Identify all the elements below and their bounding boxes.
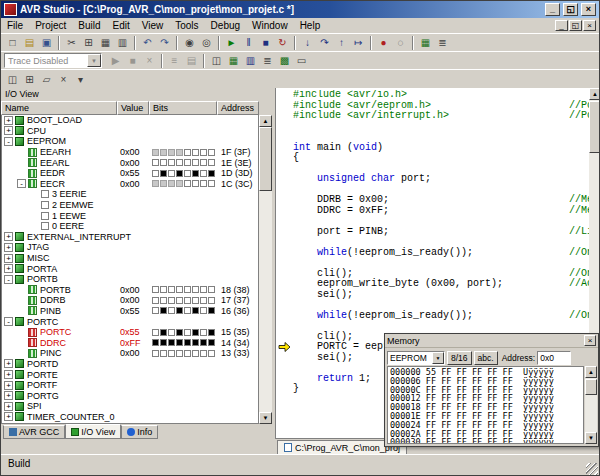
io-row-ddrb[interactable]: DDRB0x0017 (37)	[2, 295, 258, 306]
io-row-external-interrupt[interactable]: +EXTERNAL_INTERRUPT	[2, 232, 258, 243]
resize-grip[interactable]	[586, 463, 598, 475]
clear-breakpoints-button[interactable]: ◌	[392, 35, 409, 50]
io-row-0-eere[interactable]: 0 EERE	[2, 221, 258, 232]
io-row-pinb[interactable]: PINB0x5516 (36)	[2, 306, 258, 317]
expand-icon[interactable]: +	[4, 359, 13, 368]
collapse-icon[interactable]: -	[17, 179, 26, 188]
io-row-portf[interactable]: +PORTF	[2, 380, 258, 391]
memory-window-title-bar[interactable]: Memory ×	[385, 334, 598, 348]
watch-window-button[interactable]: ◫	[208, 53, 225, 68]
memory-source-dropdown-icon[interactable]: ▼	[432, 352, 444, 364]
io-row-porta[interactable]: +PORTA	[2, 263, 258, 274]
expand-icon[interactable]: +	[4, 116, 13, 125]
scroll-up-icon[interactable]: ▲	[585, 366, 597, 378]
io-row-eedr[interactable]: EEDR0x551D (3D)	[2, 168, 258, 179]
open-file-button[interactable]: ▤	[21, 35, 38, 50]
register-bits[interactable]	[152, 180, 215, 187]
register-window-button[interactable]: ▦	[225, 53, 242, 68]
io-row-eearl[interactable]: EEARL0x001E (3E)	[2, 157, 258, 168]
reset-button[interactable]: ↻	[274, 35, 291, 50]
address-input[interactable]: 0x0	[537, 351, 571, 365]
column-header-value[interactable]: Value	[117, 101, 149, 115]
trace-combo-dropdown-icon[interactable]: ▼	[87, 54, 101, 67]
io-view-scrollbar[interactable]: ▲ ▼	[259, 115, 272, 424]
stop-trace-button[interactable]: ■	[124, 53, 141, 68]
bit-checkbox[interactable]	[41, 212, 49, 220]
step-over-button[interactable]: ↷	[316, 35, 333, 50]
menu-help[interactable]: Help	[294, 20, 327, 31]
memory-scrollbar[interactable]: ▲ ▼	[585, 366, 597, 444]
menu-view[interactable]: View	[136, 20, 170, 31]
scroll-down-icon[interactable]: ▼	[259, 412, 272, 424]
io-row-portd[interactable]: +PORTD	[2, 359, 258, 370]
column-header-name[interactable]: Name	[1, 101, 117, 115]
memory-source-select[interactable]: EEPROM ▼	[387, 351, 445, 365]
tab-io-view[interactable]: I/O View	[65, 424, 121, 439]
column-header-address[interactable]: Address	[217, 101, 259, 115]
expand-icon[interactable]: +	[4, 126, 13, 135]
expand-icon[interactable]: +	[4, 391, 13, 400]
io-row-eecr[interactable]: -EECR0x001C (3C)	[2, 179, 258, 190]
step-into-button[interactable]: ↓	[299, 35, 316, 50]
collapse-icon[interactable]: -	[4, 137, 13, 146]
byte-word-toggle-button[interactable]: 8/16	[447, 351, 472, 365]
cut-button[interactable]: ✂	[63, 35, 80, 50]
expand-icon[interactable]: +	[4, 243, 13, 252]
expand-icon[interactable]: +	[4, 412, 13, 421]
undo-button[interactable]: ↶	[139, 35, 156, 50]
io-row-porte[interactable]: +PORTE	[2, 369, 258, 380]
collapse-icon[interactable]: -	[4, 317, 13, 326]
title-bar[interactable]: AVR Studio - [C:\Prog_AVR_C\mon_projet\m…	[1, 1, 599, 18]
io-row-pinc[interactable]: PINC0x0013 (33)	[2, 348, 258, 359]
menu-build[interactable]: Build	[72, 20, 106, 31]
register-bits[interactable]	[152, 159, 215, 166]
io-row-spi[interactable]: +SPI	[2, 401, 258, 412]
io-window-button[interactable]: ▩	[276, 53, 293, 68]
split-pane-button[interactable]: ⊞	[21, 72, 38, 87]
bit-checkbox[interactable]	[41, 222, 49, 230]
scroll-up-icon[interactable]: ▲	[259, 115, 272, 127]
io-row-timer-counter-0[interactable]: +TIMER_COUNTER_0	[2, 412, 258, 423]
print-button[interactable]: ▥	[114, 35, 131, 50]
stack-monitor-button[interactable]: ≣	[434, 35, 451, 50]
io-row-cpu[interactable]: +CPU	[2, 126, 258, 137]
new-file-button[interactable]: □	[4, 35, 21, 50]
bit-checkbox[interactable]	[41, 190, 49, 198]
register-bits[interactable]	[152, 297, 215, 304]
tab-info[interactable]: Info	[121, 425, 158, 439]
close-button[interactable]: ×	[581, 3, 596, 16]
mdi-close-button[interactable]: ×	[583, 20, 596, 31]
io-row-portc[interactable]: PORTC0x5515 (35)	[2, 327, 258, 338]
new-pane-button[interactable]: ◫	[4, 72, 21, 87]
register-bits[interactable]	[152, 170, 215, 177]
io-row-eeprom[interactable]: -EEPROM	[2, 136, 258, 147]
find-button[interactable]: ◉	[181, 35, 198, 50]
save-button[interactable]: ▣	[38, 35, 55, 50]
start-trace-button[interactable]: ▶	[107, 53, 124, 68]
find-in-files-button[interactable]: ◎	[198, 35, 215, 50]
disassembler-button[interactable]: ≣	[259, 53, 276, 68]
menu-debug[interactable]: Debug	[205, 20, 246, 31]
copy-button[interactable]: ⊞	[80, 35, 97, 50]
avr-device-button[interactable]: ▦	[417, 35, 434, 50]
tab-avr-gcc[interactable]: AVR GCC	[3, 425, 65, 439]
minimize-button[interactable]: _	[545, 3, 560, 16]
scrollbar-thumb[interactable]	[589, 101, 600, 153]
register-bits[interactable]	[152, 149, 215, 156]
io-row-portb[interactable]: -PORTB	[2, 274, 258, 285]
memory-close-button[interactable]: ×	[584, 335, 596, 346]
memory-window-button[interactable]: ▥	[242, 53, 259, 68]
clear-trace-button[interactable]: ×	[141, 53, 158, 68]
register-bits[interactable]	[152, 350, 215, 357]
memory-dump[interactable]: 000000 55 FF FF FF FF FF Uÿÿÿÿÿ000006 FF…	[387, 366, 584, 444]
expand-icon[interactable]: +	[4, 370, 13, 379]
step-out-button[interactable]: ↑	[333, 35, 350, 50]
run-to-cursor-button[interactable]: ↦	[350, 35, 367, 50]
ascii-toggle-button[interactable]: abc.	[474, 351, 498, 365]
menu-project[interactable]: Project	[29, 20, 72, 31]
pane-dropdown-button[interactable]: ▾	[72, 72, 89, 87]
scrollbar-thumb[interactable]	[585, 379, 597, 395]
register-bits[interactable]	[152, 339, 215, 346]
column-header-bits[interactable]: Bits	[149, 101, 217, 115]
expand-icon[interactable]: +	[4, 232, 13, 241]
